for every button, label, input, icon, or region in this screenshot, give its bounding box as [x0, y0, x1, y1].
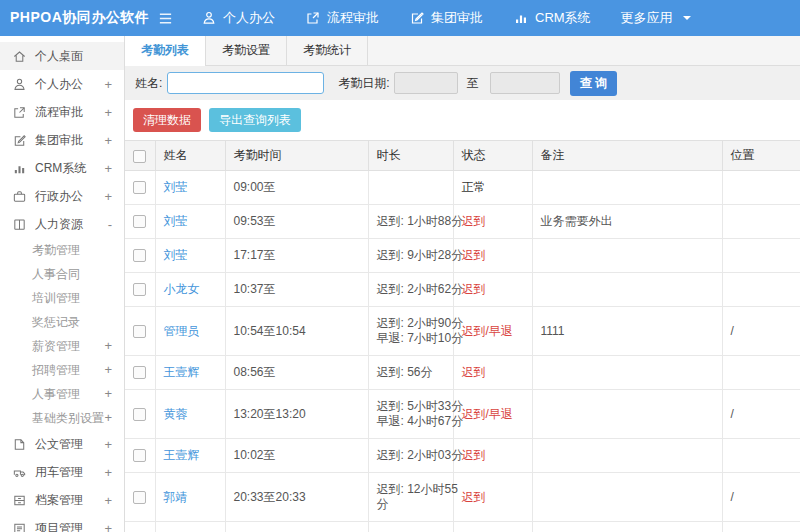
location-cell: [722, 171, 800, 205]
sidebar-item-personal-office[interactable]: 个人办公 +: [0, 70, 124, 98]
sidebar-item-desktop[interactable]: 个人桌面: [0, 42, 124, 70]
row-checkbox[interactable]: [133, 181, 146, 194]
attendance-time: 09:00至: [225, 171, 368, 205]
expand-plus-icon: +: [104, 77, 112, 92]
employee-name-link[interactable]: 黄蓉: [164, 407, 188, 421]
edit-icon: [12, 133, 27, 148]
attendance-time: 20:32至20:32: [225, 522, 368, 532]
sidebar-item-crm[interactable]: CRM系统 +: [0, 154, 124, 182]
date-to-label: 至: [467, 75, 479, 92]
briefcase-icon: [12, 189, 27, 204]
sidebar-item-admin-office[interactable]: 行政办公 +: [0, 182, 124, 210]
note-cell: [532, 273, 722, 307]
employee-name-link[interactable]: 王壹辉: [164, 365, 200, 379]
export-list-button[interactable]: 导出查询列表: [209, 108, 301, 132]
sidebar-subitem-salary[interactable]: 薪资管理+: [0, 334, 124, 358]
nav-item-process-approval[interactable]: 流程审批: [305, 9, 379, 27]
duration-cell: 迟到: 1小时88分: [368, 205, 453, 239]
sidebar-subitem-hr-contract[interactable]: 人事合同: [0, 262, 124, 286]
sidebar-item-vehicle-mgmt[interactable]: 用车管理 +: [0, 458, 124, 486]
sidebar-item-group-approval[interactable]: 集团审批 +: [0, 126, 124, 154]
duration-cell: 迟到: 56分: [368, 356, 453, 390]
attendance-panel: 清理数据 导出查询列表 姓名 考勤时间 时长 状态 备注 位置: [125, 100, 800, 532]
expand-plus-icon: +: [104, 437, 112, 452]
location-cell: /: [722, 390, 800, 439]
row-checkbox[interactable]: [133, 366, 146, 379]
status-badge: 正常: [453, 171, 532, 205]
employee-name-link[interactable]: 王壹辉: [164, 448, 200, 462]
doc-icon: [12, 437, 27, 452]
home-icon: [12, 49, 27, 64]
tab-attendance-list[interactable]: 考勤列表: [125, 36, 206, 66]
clean-data-button[interactable]: 清理数据: [133, 108, 201, 132]
col-header-duration: 时长: [368, 141, 453, 171]
sidebar-item-hr[interactable]: 人力资源 -: [0, 210, 124, 238]
tab-attendance-stats[interactable]: 考勤统计: [287, 36, 368, 66]
date-to-input[interactable]: [490, 72, 560, 94]
expand-plus-icon: +: [104, 161, 112, 176]
employee-name-link[interactable]: 郭靖: [164, 490, 188, 504]
expand-plus-icon: +: [104, 358, 112, 382]
nav-item-more-apps[interactable]: 更多应用: [621, 9, 695, 27]
chart-icon: [513, 10, 529, 26]
select-all-checkbox[interactable]: [133, 150, 146, 163]
sidebar-item-process-approval[interactable]: 流程审批 +: [0, 98, 124, 126]
employee-name-link[interactable]: 管理员: [164, 324, 200, 338]
table-row: 郭靖 20:33至20:33 迟到: 12小时55分 迟到 /: [125, 473, 800, 522]
nav-item-crm[interactable]: CRM系统: [513, 9, 591, 27]
employee-name-link[interactable]: 刘莹: [164, 248, 188, 262]
row-checkbox[interactable]: [133, 215, 146, 228]
edit-icon: [409, 10, 425, 26]
status-badge: 迟到/早退: [453, 307, 532, 356]
search-button[interactable]: 查 询: [570, 71, 617, 96]
nav-item-group-approval[interactable]: 集团审批: [409, 9, 483, 27]
row-checkbox[interactable]: [133, 449, 146, 462]
duration-cell: 迟到: 9小时28分: [368, 239, 453, 273]
note-cell: 业务需要外出: [532, 205, 722, 239]
nav-item-label: 流程审批: [327, 9, 379, 27]
tab-attendance-settings[interactable]: 考勤设置: [206, 36, 287, 66]
status-badge: 迟到: [453, 522, 532, 532]
sidebar-item-project-mgmt[interactable]: 项目管理 +: [0, 514, 124, 532]
row-checkbox[interactable]: [133, 408, 146, 421]
sidebar-item-archive-mgmt[interactable]: 档案管理 +: [0, 486, 124, 514]
name-filter-input[interactable]: [167, 72, 324, 94]
col-header-name: 姓名: [155, 141, 225, 171]
location-cell: [722, 439, 800, 473]
status-badge: 迟到: [453, 356, 532, 390]
hamburger-menu-icon[interactable]: [158, 11, 173, 26]
caret-down-icon: [679, 10, 695, 26]
sidebar-subitem-personnel[interactable]: 人事管理+: [0, 382, 124, 406]
location-cell: /: [722, 473, 800, 522]
expand-plus-icon: +: [104, 189, 112, 204]
car-icon: [12, 465, 27, 480]
sidebar-subitem-recruit[interactable]: 招聘管理+: [0, 358, 124, 382]
expand-plus-icon: +: [104, 133, 112, 148]
status-badge: 迟到: [453, 239, 532, 273]
date-from-input[interactable]: [394, 72, 458, 94]
sidebar-subitem-rewards[interactable]: 奖惩记录: [0, 310, 124, 334]
employee-name-link[interactable]: 刘莹: [164, 180, 188, 194]
nav-item-personal-office[interactable]: 个人办公: [201, 9, 275, 27]
sidebar-subitem-base-category[interactable]: 基础类别设置+: [0, 406, 124, 430]
sidebar-subitem-training[interactable]: 培训管理: [0, 286, 124, 310]
employee-name-link[interactable]: 小龙女: [164, 282, 200, 296]
attendance-table: 姓名 考勤时间 时长 状态 备注 位置 刘莹 09:00至 正常: [125, 140, 800, 532]
row-checkbox[interactable]: [133, 325, 146, 338]
sidebar-item-document-mgmt[interactable]: 公文管理 +: [0, 430, 124, 458]
table-row: 刘莹 09:00至 正常: [125, 171, 800, 205]
name-filter-label: 姓名:: [135, 75, 162, 92]
row-checkbox[interactable]: [133, 249, 146, 262]
status-badge: 迟到: [453, 473, 532, 522]
user-icon: [201, 10, 217, 26]
row-checkbox[interactable]: [133, 491, 146, 504]
col-header-status: 状态: [453, 141, 532, 171]
duration-cell: 迟到: 2小时03分: [368, 439, 453, 473]
row-checkbox[interactable]: [133, 283, 146, 296]
employee-name-link[interactable]: 刘莹: [164, 214, 188, 228]
table-row: 刘莹 17:17至 迟到: 9小时28分 迟到: [125, 239, 800, 273]
sidebar-subitem-attendance[interactable]: 考勤管理: [0, 238, 124, 262]
table-row: 黄蓉 13:20至13:20 迟到: 5小时33分早退: 4小时67分 迟到/早…: [125, 390, 800, 439]
duration-cell: 迟到: 2小时90分早退: 7小时10分: [368, 307, 453, 356]
attendance-time: 10:02至: [225, 439, 368, 473]
